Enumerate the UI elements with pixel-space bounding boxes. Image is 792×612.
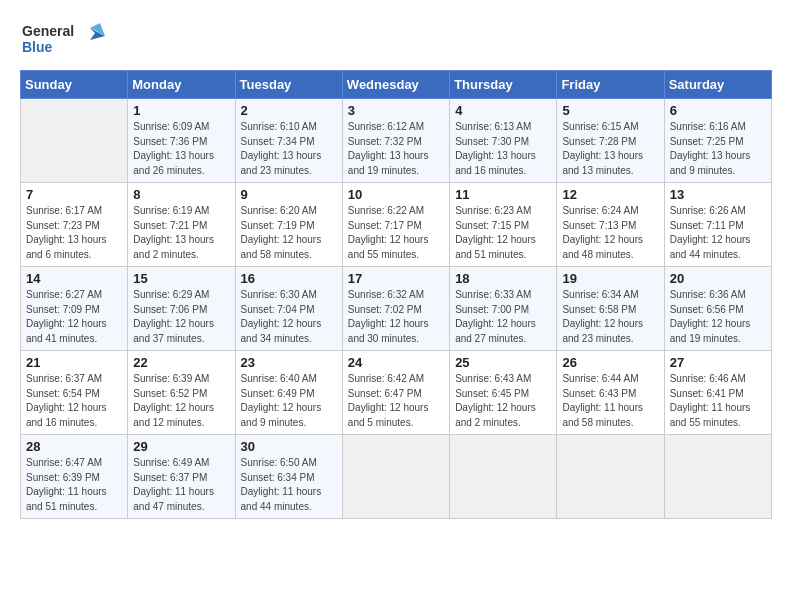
day-info: Sunrise: 6:34 AM Sunset: 6:58 PM Dayligh… [562, 288, 658, 346]
logo: General Blue [20, 18, 110, 64]
day-info: Sunrise: 6:15 AM Sunset: 7:28 PM Dayligh… [562, 120, 658, 178]
day-number: 10 [348, 187, 444, 202]
calendar-cell: 26Sunrise: 6:44 AM Sunset: 6:43 PM Dayli… [557, 351, 664, 435]
day-number: 20 [670, 271, 766, 286]
day-info: Sunrise: 6:33 AM Sunset: 7:00 PM Dayligh… [455, 288, 551, 346]
calendar-cell: 5Sunrise: 6:15 AM Sunset: 7:28 PM Daylig… [557, 99, 664, 183]
calendar-cell: 7Sunrise: 6:17 AM Sunset: 7:23 PM Daylig… [21, 183, 128, 267]
calendar-cell [21, 99, 128, 183]
calendar-cell: 1Sunrise: 6:09 AM Sunset: 7:36 PM Daylig… [128, 99, 235, 183]
header: General Blue [20, 18, 772, 64]
day-info: Sunrise: 6:17 AM Sunset: 7:23 PM Dayligh… [26, 204, 122, 262]
day-number: 15 [133, 271, 229, 286]
day-info: Sunrise: 6:50 AM Sunset: 6:34 PM Dayligh… [241, 456, 337, 514]
day-number: 1 [133, 103, 229, 118]
svg-text:Blue: Blue [22, 39, 53, 55]
day-number: 19 [562, 271, 658, 286]
day-number: 2 [241, 103, 337, 118]
week-row-4: 28Sunrise: 6:47 AM Sunset: 6:39 PM Dayli… [21, 435, 772, 519]
day-info: Sunrise: 6:32 AM Sunset: 7:02 PM Dayligh… [348, 288, 444, 346]
calendar-cell [450, 435, 557, 519]
day-info: Sunrise: 6:46 AM Sunset: 6:41 PM Dayligh… [670, 372, 766, 430]
day-number: 25 [455, 355, 551, 370]
calendar-cell: 18Sunrise: 6:33 AM Sunset: 7:00 PM Dayli… [450, 267, 557, 351]
day-number: 16 [241, 271, 337, 286]
day-number: 30 [241, 439, 337, 454]
calendar-cell: 17Sunrise: 6:32 AM Sunset: 7:02 PM Dayli… [342, 267, 449, 351]
week-row-1: 7Sunrise: 6:17 AM Sunset: 7:23 PM Daylig… [21, 183, 772, 267]
calendar-cell: 4Sunrise: 6:13 AM Sunset: 7:30 PM Daylig… [450, 99, 557, 183]
calendar-cell: 13Sunrise: 6:26 AM Sunset: 7:11 PM Dayli… [664, 183, 771, 267]
day-number: 21 [26, 355, 122, 370]
week-row-0: 1Sunrise: 6:09 AM Sunset: 7:36 PM Daylig… [21, 99, 772, 183]
day-info: Sunrise: 6:47 AM Sunset: 6:39 PM Dayligh… [26, 456, 122, 514]
day-info: Sunrise: 6:20 AM Sunset: 7:19 PM Dayligh… [241, 204, 337, 262]
calendar-cell: 28Sunrise: 6:47 AM Sunset: 6:39 PM Dayli… [21, 435, 128, 519]
day-number: 24 [348, 355, 444, 370]
day-number: 4 [455, 103, 551, 118]
calendar-cell: 3Sunrise: 6:12 AM Sunset: 7:32 PM Daylig… [342, 99, 449, 183]
calendar-cell: 27Sunrise: 6:46 AM Sunset: 6:41 PM Dayli… [664, 351, 771, 435]
day-number: 18 [455, 271, 551, 286]
day-number: 13 [670, 187, 766, 202]
day-number: 14 [26, 271, 122, 286]
calendar-cell: 29Sunrise: 6:49 AM Sunset: 6:37 PM Dayli… [128, 435, 235, 519]
calendar-cell [557, 435, 664, 519]
col-header-tuesday: Tuesday [235, 71, 342, 99]
calendar-cell: 2Sunrise: 6:10 AM Sunset: 7:34 PM Daylig… [235, 99, 342, 183]
day-number: 11 [455, 187, 551, 202]
day-info: Sunrise: 6:39 AM Sunset: 6:52 PM Dayligh… [133, 372, 229, 430]
day-number: 29 [133, 439, 229, 454]
day-info: Sunrise: 6:42 AM Sunset: 6:47 PM Dayligh… [348, 372, 444, 430]
day-info: Sunrise: 6:19 AM Sunset: 7:21 PM Dayligh… [133, 204, 229, 262]
logo-icon: General Blue [20, 18, 110, 60]
calendar-cell: 15Sunrise: 6:29 AM Sunset: 7:06 PM Dayli… [128, 267, 235, 351]
day-info: Sunrise: 6:12 AM Sunset: 7:32 PM Dayligh… [348, 120, 444, 178]
day-number: 23 [241, 355, 337, 370]
col-header-thursday: Thursday [450, 71, 557, 99]
day-info: Sunrise: 6:29 AM Sunset: 7:06 PM Dayligh… [133, 288, 229, 346]
day-info: Sunrise: 6:49 AM Sunset: 6:37 PM Dayligh… [133, 456, 229, 514]
day-info: Sunrise: 6:27 AM Sunset: 7:09 PM Dayligh… [26, 288, 122, 346]
calendar-cell: 21Sunrise: 6:37 AM Sunset: 6:54 PM Dayli… [21, 351, 128, 435]
calendar-cell: 22Sunrise: 6:39 AM Sunset: 6:52 PM Dayli… [128, 351, 235, 435]
calendar-table: SundayMondayTuesdayWednesdayThursdayFrid… [20, 70, 772, 519]
calendar-cell: 16Sunrise: 6:30 AM Sunset: 7:04 PM Dayli… [235, 267, 342, 351]
day-number: 3 [348, 103, 444, 118]
calendar-cell: 11Sunrise: 6:23 AM Sunset: 7:15 PM Dayli… [450, 183, 557, 267]
calendar-cell: 12Sunrise: 6:24 AM Sunset: 7:13 PM Dayli… [557, 183, 664, 267]
calendar-cell [342, 435, 449, 519]
calendar-cell: 6Sunrise: 6:16 AM Sunset: 7:25 PM Daylig… [664, 99, 771, 183]
day-info: Sunrise: 6:10 AM Sunset: 7:34 PM Dayligh… [241, 120, 337, 178]
day-info: Sunrise: 6:40 AM Sunset: 6:49 PM Dayligh… [241, 372, 337, 430]
col-header-saturday: Saturday [664, 71, 771, 99]
day-number: 28 [26, 439, 122, 454]
day-info: Sunrise: 6:37 AM Sunset: 6:54 PM Dayligh… [26, 372, 122, 430]
week-row-2: 14Sunrise: 6:27 AM Sunset: 7:09 PM Dayli… [21, 267, 772, 351]
day-number: 7 [26, 187, 122, 202]
calendar-cell: 24Sunrise: 6:42 AM Sunset: 6:47 PM Dayli… [342, 351, 449, 435]
day-info: Sunrise: 6:43 AM Sunset: 6:45 PM Dayligh… [455, 372, 551, 430]
calendar-cell: 14Sunrise: 6:27 AM Sunset: 7:09 PM Dayli… [21, 267, 128, 351]
day-number: 27 [670, 355, 766, 370]
col-header-monday: Monday [128, 71, 235, 99]
week-row-3: 21Sunrise: 6:37 AM Sunset: 6:54 PM Dayli… [21, 351, 772, 435]
svg-text:General: General [22, 23, 74, 39]
day-info: Sunrise: 6:36 AM Sunset: 6:56 PM Dayligh… [670, 288, 766, 346]
day-info: Sunrise: 6:30 AM Sunset: 7:04 PM Dayligh… [241, 288, 337, 346]
calendar-cell [664, 435, 771, 519]
day-number: 26 [562, 355, 658, 370]
day-number: 9 [241, 187, 337, 202]
logo-text: General Blue [20, 18, 110, 64]
col-header-friday: Friday [557, 71, 664, 99]
day-info: Sunrise: 6:13 AM Sunset: 7:30 PM Dayligh… [455, 120, 551, 178]
day-info: Sunrise: 6:09 AM Sunset: 7:36 PM Dayligh… [133, 120, 229, 178]
day-number: 17 [348, 271, 444, 286]
calendar-cell: 9Sunrise: 6:20 AM Sunset: 7:19 PM Daylig… [235, 183, 342, 267]
calendar-cell: 30Sunrise: 6:50 AM Sunset: 6:34 PM Dayli… [235, 435, 342, 519]
day-info: Sunrise: 6:22 AM Sunset: 7:17 PM Dayligh… [348, 204, 444, 262]
day-number: 12 [562, 187, 658, 202]
calendar-cell: 19Sunrise: 6:34 AM Sunset: 6:58 PM Dayli… [557, 267, 664, 351]
calendar-cell: 25Sunrise: 6:43 AM Sunset: 6:45 PM Dayli… [450, 351, 557, 435]
day-number: 8 [133, 187, 229, 202]
